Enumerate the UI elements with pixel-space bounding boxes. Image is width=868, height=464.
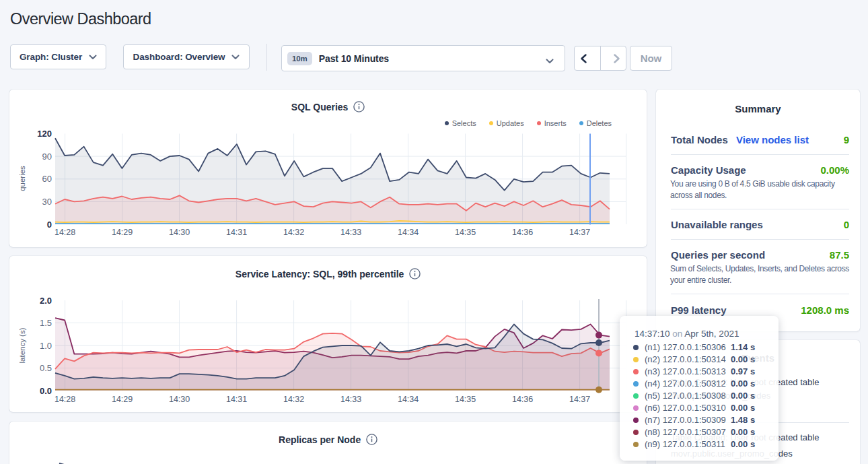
svg-text:1.0: 1.0 (40, 341, 52, 351)
svg-text:14:34: 14:34 (398, 395, 419, 404)
svg-text:14:36: 14:36 (512, 228, 533, 237)
svg-text:14:35: 14:35 (455, 228, 476, 237)
svg-text:14:33: 14:33 (340, 395, 361, 404)
svg-text:latency (s): latency (s) (18, 327, 26, 363)
svg-text:14:31: 14:31 (226, 228, 247, 237)
svg-text:14:32: 14:32 (283, 395, 304, 404)
svg-text:14:33: 14:33 (340, 228, 361, 237)
svg-text:14:35: 14:35 (455, 395, 476, 404)
svg-text:14:29: 14:29 (112, 395, 133, 404)
svg-text:0.5: 0.5 (40, 363, 52, 373)
svg-text:queries: queries (18, 166, 26, 191)
svg-text:14:34: 14:34 (398, 228, 419, 237)
svg-text:14:31: 14:31 (226, 395, 247, 404)
svg-text:60: 60 (42, 174, 52, 184)
svg-text:14:32: 14:32 (283, 228, 304, 237)
svg-text:120: 120 (37, 129, 52, 139)
svg-text:0: 0 (47, 220, 52, 230)
svg-text:14:37: 14:37 (569, 228, 590, 237)
svg-text:2.0: 2.0 (40, 296, 52, 306)
svg-text:14:36: 14:36 (512, 395, 533, 404)
svg-text:14:28: 14:28 (55, 395, 75, 404)
svg-text:14:37: 14:37 (569, 395, 590, 404)
svg-text:14:29: 14:29 (112, 228, 133, 237)
svg-text:90: 90 (42, 152, 52, 162)
svg-text:1.5: 1.5 (40, 318, 52, 328)
svg-text:0.0: 0.0 (40, 386, 52, 396)
svg-text:14:30: 14:30 (169, 395, 190, 404)
svg-text:14:28: 14:28 (55, 228, 75, 237)
svg-text:30: 30 (42, 197, 52, 207)
svg-text:14:30: 14:30 (169, 228, 190, 237)
